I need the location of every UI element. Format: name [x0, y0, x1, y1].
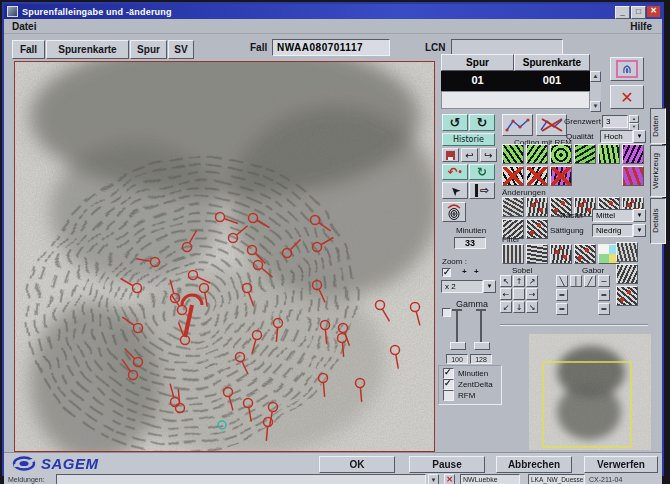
pattern-ridges-purple-button[interactable] — [622, 144, 644, 164]
coding-off-button[interactable] — [536, 114, 567, 136]
gabor-orientation-button[interactable]: ─ — [598, 275, 610, 287]
pattern-gray-a-button[interactable] — [502, 197, 524, 217]
zoom-checkbox[interactable] — [442, 268, 451, 277]
flip-right-button[interactable]: ↪ — [480, 148, 497, 162]
gabor-orientation-button[interactable]: ═ — [556, 303, 568, 315]
overlay-check-rfm[interactable]: RFM — [443, 390, 501, 401]
show-trace-image-button[interactable] — [610, 57, 644, 81]
slider-thumb[interactable] — [474, 342, 490, 350]
pattern-gray-d-button[interactable] — [526, 244, 548, 264]
gray-red-button[interactable] — [550, 244, 572, 264]
undo-button[interactable]: ↺ — [442, 114, 468, 131]
zoom-out-icon[interactable]: + — [474, 267, 479, 276]
menu-datei[interactable]: Datei — [12, 21, 36, 32]
chevron-down-icon[interactable]: ▼ — [633, 209, 646, 222]
sobel-direction-button[interactable]: ← — [500, 288, 512, 300]
pattern-ridges-red-x-button[interactable] — [526, 166, 548, 186]
tab-daten[interactable]: Daten — [650, 108, 666, 144]
tab-spur[interactable]: Spur — [130, 40, 167, 59]
trace-row-spurenkarte[interactable]: 001 — [514, 71, 590, 91]
pattern-ridges-green-c-button[interactable] — [574, 144, 596, 164]
sobel-direction-button[interactable]: ↓ — [513, 301, 525, 313]
raster-select[interactable]: Mittel ▼ — [592, 209, 646, 222]
pause-button[interactable]: Pause — [409, 456, 485, 473]
tab-werkzeug[interactable]: Werkzeug — [650, 145, 666, 197]
verwerfen-button[interactable]: Verwerfen — [584, 456, 658, 473]
contrast-slider[interactable] — [470, 308, 492, 352]
zoom-in-icon[interactable]: + — [462, 267, 467, 276]
tab-sv[interactable]: SV — [168, 40, 194, 59]
meldungen-field[interactable] — [56, 474, 426, 484]
pattern-gray-c-button[interactable] — [502, 244, 524, 264]
tab-fall[interactable]: Fall — [12, 40, 45, 59]
sobel-direction-button[interactable]: → — [526, 288, 538, 300]
scroll-up-icon[interactable]: ▲ — [590, 71, 601, 82]
save-button[interactable] — [442, 148, 459, 162]
spin-up-icon[interactable]: ▲ — [629, 115, 639, 123]
gabor-orientation-button[interactable]: ╲ — [556, 275, 568, 287]
maximize-button[interactable]: □ — [631, 6, 646, 19]
redo-button[interactable]: ↻ — [469, 114, 495, 131]
gr2-button[interactable] — [574, 244, 596, 264]
pattern-ridges-purple-x-button[interactable] — [550, 166, 572, 186]
overlay-check-zentdelta[interactable]: ZentDelta — [443, 379, 501, 390]
gr2-button[interactable] — [526, 219, 548, 239]
sobel-direction-button[interactable]: ↘ — [526, 301, 538, 313]
trace-table-scrollbar[interactable]: ▲ ▼ — [590, 71, 601, 109]
pattern-ridges-green-a-button[interactable] — [502, 144, 524, 164]
sobel-direction-button[interactable]: ↖ — [500, 275, 512, 287]
clear-message-icon[interactable]: ✕ — [444, 474, 455, 484]
fingerprint-image-canvas[interactable] — [14, 61, 435, 452]
flip-left-button[interactable]: ↩ — [461, 148, 478, 162]
pattern-ridges-bw-x-button[interactable] — [502, 166, 524, 186]
pattern-whorl-green-button[interactable] — [550, 144, 572, 164]
sobel-direction-button[interactable]: ↙ — [500, 301, 512, 313]
gabor-orientation-button[interactable]: │ — [570, 275, 582, 287]
chevron-down-icon[interactable]: ▼ — [633, 224, 646, 237]
chevron-down-icon[interactable]: ▼ — [483, 280, 496, 293]
gabor-orientation-button[interactable]: ╱ — [584, 275, 596, 287]
exit-button[interactable]: ⇨ — [469, 182, 495, 199]
pattern-gray-f-button[interactable] — [616, 264, 638, 284]
brightness-slider[interactable] — [446, 308, 468, 352]
gabor-orientation-button[interactable]: ═ — [556, 289, 568, 301]
checkbox[interactable] — [443, 390, 454, 401]
chevron-down-icon[interactable]: ▼ — [633, 130, 646, 143]
sobel-direction-button[interactable] — [513, 288, 525, 300]
pointer-tool-button[interactable]: ➤ — [442, 182, 468, 199]
pattern-ridges-purple-red-button[interactable] — [622, 166, 644, 186]
grenzwert-spinner[interactable]: ▲ ▼ — [629, 115, 639, 128]
pattern-ridges-green-b-button[interactable] — [526, 144, 548, 164]
close-button[interactable]: ✕ — [647, 6, 660, 17]
saettigung-select[interactable]: Niedrig ▼ — [592, 224, 646, 237]
coding-on-button[interactable] — [502, 114, 533, 136]
fall-input[interactable]: NWAA080701117 — [272, 39, 390, 56]
scroll-down-icon[interactable]: ▼ — [590, 101, 601, 112]
qualitaet-select[interactable]: Hoch ▼ — [600, 130, 646, 143]
zoom-factor-select[interactable]: x 2 ▼ — [441, 280, 496, 293]
pattern-ridges-green-d-button[interactable] — [598, 144, 620, 164]
gabor-orientation-button[interactable]: ═ — [598, 289, 610, 301]
checkbox[interactable] — [443, 379, 454, 390]
sobel-direction-button[interactable]: ↗ — [526, 275, 538, 287]
tab-details[interactable]: Details — [650, 198, 666, 244]
gray-red-button[interactable] — [526, 197, 548, 217]
fingerprint-preview[interactable] — [529, 334, 651, 450]
column-header-spurenkarte[interactable]: Spurenkarte — [514, 54, 590, 71]
gabor-orientation-button[interactable]: ═ — [598, 303, 610, 315]
slider-thumb[interactable] — [450, 342, 466, 350]
abbrechen-button[interactable]: Abbrechen — [496, 456, 572, 473]
column-header-spur[interactable]: Spur — [441, 54, 514, 71]
menu-hilfe[interactable]: Hilfe — [630, 21, 652, 32]
rescan-button[interactable] — [442, 202, 466, 222]
grenzwert-input[interactable]: 3 — [602, 115, 628, 128]
rotate-button[interactable]: ↻ — [469, 164, 495, 180]
ok-button[interactable]: OK — [319, 456, 395, 473]
historie-button[interactable]: Historie — [442, 133, 495, 146]
sobel-direction-button[interactable]: ↑ — [513, 275, 525, 287]
gr2-button[interactable] — [616, 286, 638, 306]
overlay-check-minutien[interactable]: Minutien — [443, 368, 501, 379]
trace-row-spur[interactable]: 01 — [441, 71, 514, 91]
meldungen-dropdown-icon[interactable]: ▼ — [428, 474, 439, 484]
tab-spurenkarte[interactable]: Spurenkarte — [46, 40, 129, 59]
